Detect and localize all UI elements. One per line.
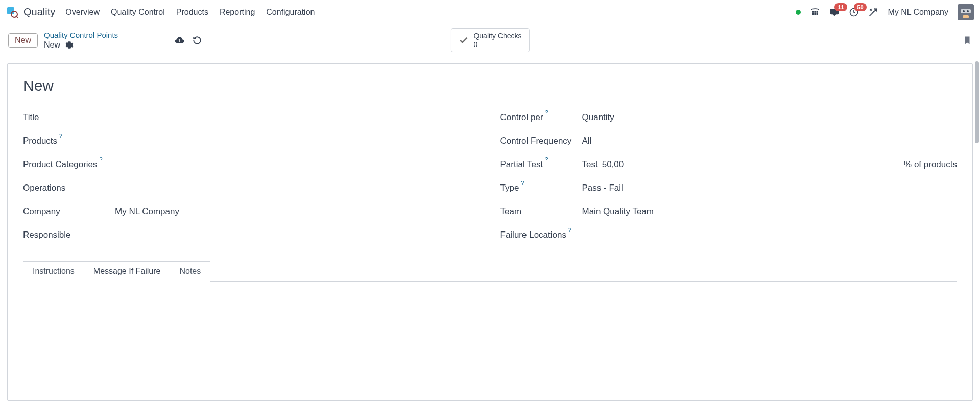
- help-icon[interactable]: ?: [100, 156, 103, 163]
- label-type: Type ?: [500, 183, 582, 193]
- tab-notes[interactable]: Notes: [170, 261, 210, 282]
- svg-line-2: [16, 16, 18, 18]
- tools-icon[interactable]: [868, 7, 878, 17]
- label-product-categories: Product Categories ?: [23, 159, 115, 170]
- svg-rect-5: [817, 11, 818, 12]
- svg-rect-7: [815, 13, 816, 14]
- gear-icon[interactable]: [65, 41, 74, 49]
- messages-icon[interactable]: 11: [829, 7, 840, 17]
- svg-rect-6: [812, 13, 814, 14]
- form-right-column: Control per ? Quantity Control Frequency…: [500, 106, 958, 247]
- svg-point-12: [963, 10, 965, 12]
- menu-products[interactable]: Products: [176, 8, 208, 17]
- partial-test-suffix: % of products: [904, 159, 957, 170]
- label-team: Team: [500, 206, 582, 217]
- statbox-label: Quality Checks: [473, 32, 521, 40]
- menu-configuration[interactable]: Configuration: [266, 8, 315, 17]
- svg-rect-3: [812, 11, 814, 12]
- partial-test-value[interactable]: 50,00: [602, 159, 624, 170]
- top-navbar: Quality Overview Quality Control Product…: [0, 0, 980, 25]
- menu-overview[interactable]: Overview: [65, 8, 100, 17]
- tab-content[interactable]: [23, 281, 957, 353]
- breadcrumb: Quality Control Points New: [44, 31, 118, 50]
- field-control-frequency[interactable]: All: [582, 136, 958, 146]
- tab-instructions[interactable]: Instructions: [23, 261, 84, 282]
- app-name[interactable]: Quality: [23, 6, 55, 18]
- new-button[interactable]: New: [8, 33, 38, 48]
- control-bar: New Quality Control Points New Quality C…: [0, 25, 980, 57]
- record-title: New: [23, 77, 957, 95]
- svg-rect-11: [961, 9, 971, 13]
- svg-rect-4: [815, 11, 816, 12]
- discard-icon[interactable]: [193, 36, 202, 45]
- field-control-per[interactable]: Quantity: [582, 112, 958, 123]
- label-responsible: Responsible: [23, 230, 115, 240]
- form-sheet: New Title Products ? Product Categ: [7, 63, 973, 401]
- svg-rect-8: [817, 13, 818, 14]
- activities-badge: 50: [854, 3, 866, 11]
- help-icon[interactable]: ?: [545, 109, 548, 115]
- topbar-right: 11 50 My NL Company: [796, 4, 974, 20]
- svg-point-13: [967, 10, 969, 12]
- label-partial-test: Partial Test ?: [500, 159, 582, 170]
- save-discard-icons: [174, 35, 202, 45]
- field-type[interactable]: Pass - Fail: [582, 183, 958, 193]
- main-menu: Overview Quality Control Products Report…: [65, 8, 315, 17]
- label-control-frequency: Control Frequency: [500, 136, 582, 146]
- quality-checks-statbox[interactable]: Quality Checks 0: [450, 28, 529, 53]
- breadcrumb-parent-link[interactable]: Quality Control Points: [44, 31, 118, 39]
- field-company[interactable]: My NL Company: [115, 206, 480, 217]
- label-operations: Operations: [23, 183, 115, 193]
- menu-reporting[interactable]: Reporting: [220, 8, 255, 17]
- connection-status-icon: [796, 10, 801, 15]
- messages-badge: 11: [834, 3, 847, 11]
- company-switcher[interactable]: My NL Company: [888, 8, 948, 17]
- tab-message-if-failure[interactable]: Message If Failure: [84, 261, 171, 282]
- help-icon[interactable]: ?: [545, 156, 548, 163]
- apps-icon[interactable]: [810, 7, 820, 17]
- partial-test-prefix: Test: [582, 159, 598, 170]
- label-control-per: Control per ?: [500, 112, 582, 123]
- app-icon[interactable]: [6, 6, 18, 18]
- label-company: Company: [23, 206, 115, 217]
- field-team[interactable]: Main Quality Team: [582, 206, 958, 217]
- breadcrumb-current: New: [44, 40, 60, 50]
- svg-rect-0: [7, 7, 14, 14]
- form-left-column: Title Products ? Product Categories ?: [23, 106, 480, 247]
- help-icon[interactable]: ?: [521, 180, 524, 186]
- menu-quality-control[interactable]: Quality Control: [111, 8, 165, 17]
- cloud-save-icon[interactable]: [174, 35, 184, 45]
- svg-rect-14: [963, 15, 969, 18]
- form-tabs: Instructions Message If Failure Notes: [23, 261, 957, 282]
- label-title: Title: [23, 112, 115, 123]
- help-icon[interactable]: ?: [568, 227, 571, 233]
- check-icon: [458, 35, 468, 45]
- statbox-count: 0: [473, 40, 521, 49]
- avatar[interactable]: [958, 4, 974, 20]
- help-icon[interactable]: ?: [59, 133, 62, 139]
- label-failure-locations: Failure Locations ?: [500, 230, 582, 240]
- activities-icon[interactable]: 50: [849, 7, 859, 17]
- label-products: Products ?: [23, 136, 115, 146]
- scrollbar-thumb[interactable]: [975, 61, 979, 143]
- bookmark-icon[interactable]: [963, 35, 972, 46]
- field-partial-test[interactable]: Test 50,00 % of products: [582, 159, 958, 170]
